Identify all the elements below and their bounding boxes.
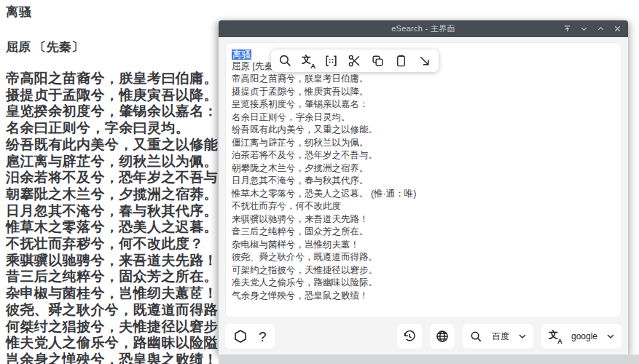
document-author: 屈原 〔先秦〕 [6,39,246,55]
left-button-group: ? [225,324,275,349]
translate-icon: 文 A [549,330,562,343]
poem-line: 摄提贞于孟陬兮，惟庚寅吾以降。 [6,87,246,104]
poem-line: 不抚壮而弃秽兮，何不改此度？ [6,236,246,253]
ocr-line: 可架约之指披兮，天惟捷径以窘步。 [232,264,615,277]
translate-icon[interactable]: 文A [302,55,315,68]
close-icon[interactable] [613,25,622,33]
poem-line: 岂余身之惮殃兮，恐皇舆之败绩！ [6,352,246,364]
copy-icon[interactable] [371,54,385,68]
selected-text[interactable]: 离骚 [232,50,251,60]
poem-line: 乘骐骥以驰骋兮，来吾道夫先路！ [6,253,246,269]
poem-line: 日月忽其不淹兮，春与秋其代序。 [6,203,246,220]
ocr-line: 皇览接系初度兮，肇锡亲以嘉名： [232,98,615,111]
jump-arrow-icon[interactable] [417,54,431,68]
poem-line: 惟夫党人之偷乐兮，路幽昧以险隘。 [6,335,246,352]
help-question-icon[interactable]: ? [259,330,267,344]
search-icon [470,331,482,343]
ocr-line: 气余身之惮殃兮，恐皇鼠之败绩！ [232,290,615,303]
clipboard-icon[interactable] [394,54,408,68]
poem-line: 名余曰正则兮，字余曰灵均。 [6,120,246,137]
window-body: 文A 离骚 屈原 [先秦] 帝高阳之苗裔兮，朕皇考日伯庸。摄提贞于孟隙兮，惟庚寅… [219,37,628,355]
poem-line: 皇览揆余初度兮，肇锡余以嘉名： [6,103,246,120]
poem-line: 扈江离与辟芷兮，纫秋兰以为佩。 [6,154,246,170]
document-body: 帝高阳之苗裔兮，朕皇考曰伯庸。摄提贞于孟陬兮，惟庚寅吾以降。皇览揆余初度兮，肇锡… [6,71,246,364]
globe-icon [435,329,450,344]
poem-line: 彼尧、舜之耿介兮，既遵道而得路。 [6,302,246,319]
window-title: eSearch - 主界面 [391,23,455,34]
poem-line: 朝搴阰之木兰兮，夕揽洲之宿莽。 [6,186,246,203]
window-bottom-shadow [219,355,639,364]
ocr-line: 准夫党人之偷乐兮，路幽味以险际。 [232,277,615,290]
poem-line: 汨余若将不及兮，恐年岁之不吾与。 [6,170,246,186]
ocr-line: 朝攀陇之木兰兮，夕揽洲之宿养。 [232,162,615,175]
translate-engine-value: google [568,331,600,341]
ocr-result-text[interactable]: 帝高阳之苗裔兮，朕皇考日伯庸。摄提贞于孟隙兮，惟庚寅吾以降。皇览接系初度兮，肇锡… [232,73,615,302]
chevron-down-icon [607,333,614,339]
poem-line: 杂申椒与菌桂兮，岂惟纫夫蕙茝！ [6,285,246,302]
ocr-line: 杂电椒与菌样兮，岂惟纫夫蕙！ [232,239,615,252]
poem-line: 惟草木之零落兮，恐美人之迟暮。（惟 [6,219,246,236]
bottom-toolbar: ? 百度 文 A google [225,324,622,349]
ocr-line: 音三后之纯粹兮，固众芳之所在。 [232,226,615,239]
ocr-line: 摄提贞于孟隙兮，惟庚寅吾以降。 [232,86,615,99]
search-engine-value: 百度 [489,331,512,343]
esearch-window: eSearch - 主界面 文A [219,20,628,355]
search-icon[interactable] [278,54,292,68]
hexagon-icon[interactable] [233,329,248,344]
chevron-down-icon [519,333,526,339]
floating-action-toolbar: 文A [271,50,439,72]
ocr-line: 帝高阳之苗裔兮，朕皇考日伯庸。 [232,73,615,86]
poem-line: 昔三后之纯粹兮，固众芳之所在。 [6,269,246,285]
ocr-line: 名余日正则兮，字余日灵均。 [232,111,615,124]
chevron-down-icon[interactable] [580,25,588,33]
background-document: 离骚 屈原 〔先秦〕 帝高阳之苗裔兮，朕皇考曰伯庸。摄提贞于孟陬兮，惟庚寅吾以降… [6,0,246,364]
ocr-line: 泊茶若将不及兮，恐年岁之不吾与。 [232,149,615,162]
poem-line: 纷吾既有此内美兮，又重之以修能。 [6,137,246,154]
ocr-line: 日月忽其不淹兮，春与秋其代序。 [232,175,615,188]
web-search-button[interactable] [430,324,455,349]
pin-top-icon[interactable] [563,25,571,33]
ocr-line: 纷吾既有此内美兮，又重之以修能。 [232,124,615,137]
ocr-line: 惟草木之零落兮，恐美人之迟暮。 (惟·通：唯) [232,188,615,201]
ocr-line: 彼尧、舜之耿介兮，既遵道而得路。 [232,251,615,264]
search-engine-select[interactable]: 百度 [463,324,533,349]
window-controls [563,20,622,37]
ocr-line: 僵江离与辟芷兮，纫秋兰以为佩。 [232,137,615,150]
page-title: 离骚 [6,0,246,20]
scissors-icon[interactable] [348,54,361,68]
chevron-up-icon[interactable] [597,25,605,33]
poem-line: 帝高阳之苗裔兮，朕皇考曰伯庸。 [6,71,246,87]
ocr-scan-icon[interactable] [324,54,338,68]
history-button[interactable] [397,324,422,349]
poem-line: 何桀纣之猖披兮，夫惟捷径以窘步。 [6,319,246,336]
ocr-line: 不抚壮而弃兮，何不改此度 [232,200,615,213]
ocr-text-card[interactable]: 文A 离骚 屈原 [先秦] 帝高阳之苗裔兮，朕皇考日伯庸。摄提贞于孟隙兮，惟庚寅… [225,42,622,318]
history-icon [402,329,417,344]
ocr-line: 来骐骥以驰骋兮，来吾道天先路！ [232,213,615,226]
translate-engine-select[interactable]: 文 A google [541,324,622,349]
window-titlebar[interactable]: eSearch - 主界面 [219,20,628,37]
